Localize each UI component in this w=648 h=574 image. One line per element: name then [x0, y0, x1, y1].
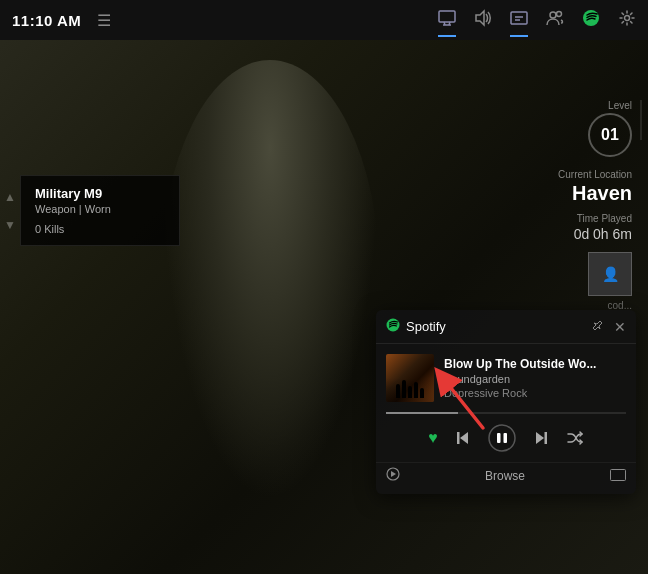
- svg-rect-5: [511, 12, 527, 24]
- svg-rect-17: [503, 433, 507, 443]
- spotify-close-icon[interactable]: ✕: [614, 319, 626, 335]
- svg-marker-18: [536, 432, 544, 444]
- track-details: Blow Up The Outside Wo... Soundgarden De…: [444, 357, 626, 399]
- svg-marker-4: [476, 11, 484, 25]
- spotify-track-info-area: Blow Up The Outside Wo... Soundgarden De…: [376, 344, 636, 412]
- progress-bar[interactable]: [386, 412, 626, 414]
- svg-marker-21: [391, 471, 396, 477]
- level-value: 01: [588, 113, 632, 157]
- spotify-logo-icon: [386, 318, 400, 335]
- genre-label: Depressive Rock: [444, 387, 626, 399]
- nav-arrow-up[interactable]: ▲: [4, 190, 16, 204]
- svg-point-15: [489, 425, 515, 451]
- settings-taskbar-icon[interactable]: [618, 9, 636, 31]
- soldier-character: [160, 60, 380, 500]
- friends-icon[interactable]: [546, 9, 564, 31]
- time-played-label: Time Played: [558, 213, 632, 224]
- nav-arrow-down[interactable]: ▼: [4, 218, 16, 232]
- spotify-widget: Spotify ✕ Blow Up The Outside Wo... Soun…: [376, 310, 636, 494]
- svg-rect-16: [497, 433, 501, 443]
- taskbar-icons: [438, 9, 636, 31]
- weapon-type: Weapon | Worn: [35, 203, 165, 215]
- right-hud: Level 01 Current Location Haven Time Pla…: [558, 100, 632, 311]
- display-mode-icon[interactable]: [510, 9, 528, 31]
- album-silhouettes: [386, 378, 434, 398]
- weapon-card: Military M9 Weapon | Worn 0 Kills: [20, 175, 180, 246]
- svg-rect-14: [457, 432, 460, 444]
- svg-marker-13: [460, 432, 468, 444]
- heart-button[interactable]: ♥: [428, 429, 438, 447]
- spotify-taskbar-icon[interactable]: [582, 9, 600, 31]
- progress-fill: [386, 412, 458, 414]
- artist-name: Soundgarden: [444, 373, 626, 385]
- monitor-icon[interactable]: [438, 9, 456, 31]
- pin-icon[interactable]: [592, 319, 604, 334]
- playback-controls: ♥: [376, 414, 636, 462]
- svg-rect-22: [611, 469, 626, 480]
- browse-music-icon: [386, 467, 400, 484]
- taskbar: 11:10 AM ☰: [0, 0, 648, 40]
- clock: 11:10 AM: [12, 12, 81, 29]
- scroll-indicator: [640, 100, 642, 140]
- album-art: [386, 354, 434, 402]
- play-pause-button[interactable]: [488, 424, 516, 452]
- spotify-footer: Browse: [376, 462, 636, 494]
- spotify-header: Spotify ✕: [376, 310, 636, 344]
- browse-label[interactable]: Browse: [408, 469, 602, 483]
- weapon-name: Military M9: [35, 186, 165, 201]
- volume-icon[interactable]: [474, 9, 492, 31]
- location-value: Haven: [558, 182, 632, 205]
- time-played-value: 0d 0h 6m: [558, 226, 632, 242]
- screen-mode-icon[interactable]: [610, 468, 626, 484]
- menu-icon[interactable]: ☰: [97, 11, 111, 30]
- spotify-widget-title: Spotify: [406, 319, 586, 334]
- level-label: Level: [558, 100, 632, 111]
- track-name: Blow Up The Outside Wo...: [444, 357, 626, 371]
- next-button[interactable]: [532, 429, 550, 447]
- player-avatar: 👤: [588, 252, 632, 296]
- svg-point-8: [550, 12, 556, 18]
- svg-point-9: [557, 12, 562, 17]
- prev-button[interactable]: [454, 429, 472, 447]
- svg-rect-0: [439, 11, 455, 22]
- location-label: Current Location: [558, 169, 632, 180]
- weapon-kills: 0 Kills: [35, 223, 165, 235]
- shuffle-button[interactable]: [566, 429, 584, 447]
- svg-point-11: [625, 16, 630, 21]
- svg-rect-19: [544, 432, 547, 444]
